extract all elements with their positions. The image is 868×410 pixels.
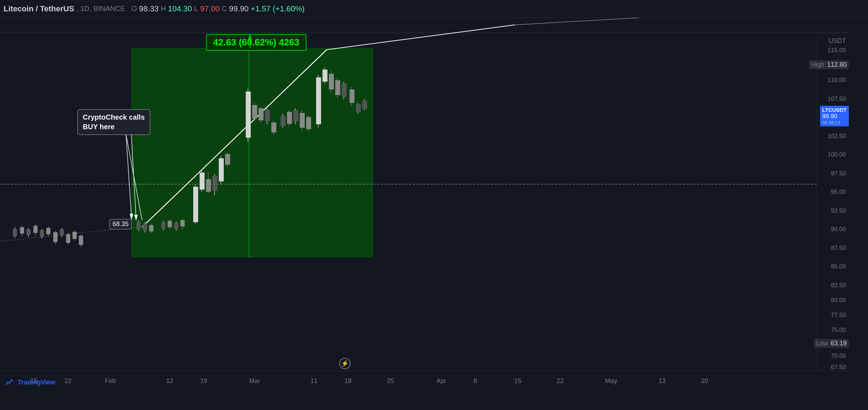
svg-rect-51: [219, 158, 224, 181]
price-tick: 97.50: [831, 170, 846, 177]
svg-rect-31: [143, 223, 147, 230]
low-label-box: Low 63.19: [814, 339, 849, 348]
time-axis: 1522Feb1219Mar111825Apr81522May1320: [0, 371, 849, 390]
symbol-info: Litecoin / TetherUS , 1D, BINANCE O 98.3…: [4, 4, 305, 13]
svg-rect-9: [20, 227, 24, 234]
time-label: 12: [166, 377, 173, 385]
exchange: BINANCE: [93, 5, 125, 13]
tradingview-logo: TradingView: [4, 377, 55, 388]
svg-rect-35: [161, 222, 166, 229]
svg-rect-85: [349, 89, 354, 103]
time-label: 18: [345, 377, 352, 385]
price-tick: 115.00: [828, 47, 846, 54]
high-price: 112.80: [827, 61, 847, 69]
svg-rect-95: [4, 377, 15, 388]
price-tick: 110.00: [828, 77, 846, 84]
ohlc-c-label: C: [222, 5, 227, 13]
high-label-box: High 112.80: [809, 60, 849, 69]
currency-label: USDT: [829, 37, 846, 45]
svg-rect-79: [329, 74, 334, 89]
svg-rect-23: [66, 234, 70, 243]
chart-container: Litecoin / TetherUS , 1D, BINANCE O 98.3…: [0, 0, 868, 410]
svg-rect-43: [193, 187, 198, 222]
svg-rect-25: [72, 232, 77, 239]
svg-rect-87: [356, 104, 361, 112]
svg-rect-11: [26, 229, 31, 235]
svg-rect-7: [13, 229, 17, 236]
low-label: Low: [816, 340, 828, 347]
svg-rect-73: [306, 117, 311, 129]
gain-label: 42.63 (60.62%) 4263: [206, 34, 306, 51]
svg-rect-37: [168, 221, 172, 227]
time-label: May: [605, 377, 617, 385]
svg-rect-45: [200, 173, 205, 190]
ohlc-change: +1.57: [251, 4, 271, 13]
ohlc-h-label: H: [161, 5, 166, 13]
price-68-35-text: 68.35: [113, 220, 129, 228]
ohlc-high: 104.30: [168, 4, 192, 13]
tv-logo-icon: [4, 377, 15, 388]
price-tick: 70.00: [831, 352, 846, 360]
price-tick: 80.00: [831, 297, 846, 304]
current-price-badge: LTCUSDT 99.90 06:39:13: [820, 106, 849, 126]
ohlc-low: 97.00: [200, 4, 220, 13]
svg-rect-41: [180, 220, 185, 226]
svg-rect-13: [33, 226, 38, 233]
svg-rect-29: [136, 222, 141, 229]
price-tick: 107.50: [828, 95, 846, 103]
price-tick: 75.00: [831, 327, 846, 334]
svg-rect-53: [225, 154, 230, 165]
svg-rect-47: [206, 179, 211, 192]
ohlc-o-label: O: [131, 5, 137, 13]
time-label: Feb: [105, 377, 116, 385]
price-tick: 102.50: [828, 133, 846, 140]
price-tick: 95.00: [831, 188, 846, 196]
svg-rect-17: [46, 228, 50, 234]
svg-rect-61: [265, 110, 270, 121]
current-symbol: LTCUSDT: [822, 107, 847, 113]
time-label: 8: [473, 377, 477, 385]
lightning-icon[interactable]: ⚡: [339, 358, 351, 369]
svg-rect-69: [293, 110, 298, 121]
svg-rect-21: [60, 229, 64, 235]
current-time: 06:39:13: [822, 120, 847, 125]
svg-rect-39: [174, 223, 178, 229]
time-label: 22: [557, 377, 564, 385]
svg-rect-83: [342, 83, 347, 97]
svg-rect-55: [246, 92, 251, 138]
ohlc-change-pct: (+1.60%): [273, 4, 305, 13]
price-tick: 85.00: [831, 263, 846, 270]
symbol-name: Litecoin / TetherUS: [4, 4, 74, 13]
interval: , 1D,: [76, 5, 91, 13]
svg-rect-59: [259, 108, 264, 120]
time-label: 20: [701, 377, 708, 385]
svg-rect-63: [271, 122, 276, 132]
buy-annotation-line1: CryptoCheck calls: [83, 113, 145, 122]
top-bar: Litecoin / TetherUS , 1D, BINANCE O 98.3…: [0, 0, 868, 18]
price-tick: 82.50: [831, 282, 846, 289]
tv-logo-text: TradingView: [18, 379, 55, 386]
chart-area: 42.63 (60.62%) 4263 CryptoCheck calls BU…: [0, 18, 849, 390]
svg-rect-19: [53, 232, 58, 242]
svg-rect-81: [335, 80, 340, 95]
price-axis: 115.00112.50110.00107.50105.00102.50100.…: [817, 35, 849, 390]
low-price: 63.19: [831, 340, 847, 347]
svg-rect-49: [212, 176, 217, 191]
price-tick: 92.50: [831, 207, 846, 214]
svg-rect-27: [79, 236, 83, 245]
price-tick: 100.00: [828, 151, 846, 158]
time-label: 13: [658, 377, 666, 385]
buy-annotation: CryptoCheck calls BUY here: [77, 109, 150, 135]
high-label: High: [811, 61, 824, 69]
ohlc-close: 99.90: [229, 4, 249, 13]
price-tick: 87.50: [831, 245, 846, 252]
time-label: 22: [64, 377, 71, 385]
price-tick: 90.00: [831, 226, 846, 233]
gain-text: 42.63 (60.62%) 4263: [213, 37, 299, 48]
svg-rect-67: [287, 112, 292, 124]
time-label: 11: [310, 377, 318, 385]
current-price: 99.90: [822, 113, 847, 120]
price-tick: 77.50: [831, 312, 846, 319]
time-label: Apr: [436, 377, 446, 385]
time-label: Mar: [249, 377, 260, 385]
